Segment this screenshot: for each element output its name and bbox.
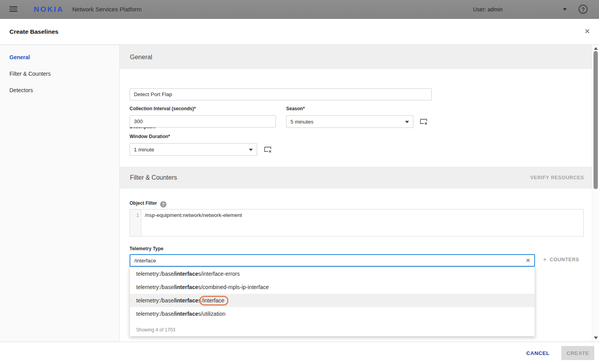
suggestion-text: s/combined-mpls-ip-interface bbox=[198, 284, 269, 290]
suggestion-text: telemetry:/base bbox=[136, 284, 174, 290]
cancel-button[interactable]: CANCEL bbox=[526, 350, 550, 356]
suggestion-text: telemetry:/base bbox=[136, 311, 174, 317]
suggestion-match: /interface bbox=[174, 311, 198, 317]
dialog-main: General Description Collection Interval … bbox=[120, 45, 592, 342]
scroll-up-arrow-icon[interactable] bbox=[594, 47, 598, 50]
verify-resources-button[interactable]: VERIFY RESOURCES bbox=[530, 175, 584, 180]
telemetry-type-value: /interface bbox=[134, 258, 156, 264]
user-menu-caret-icon[interactable] bbox=[563, 8, 567, 11]
suggestion-utilization[interactable]: telemetry:/base/interfaces/utilization bbox=[130, 307, 535, 320]
editor-line-number: 1 bbox=[130, 209, 141, 236]
user-menu-label[interactable]: User: admin bbox=[473, 6, 502, 13]
object-filter-label-text: Object Filter bbox=[130, 200, 157, 206]
scrollbar-thumb[interactable] bbox=[594, 51, 598, 189]
season-select[interactable]: 5 minutes bbox=[286, 115, 413, 128]
suggestion-text: s/interface-errors bbox=[198, 271, 240, 277]
suggestion-text: s/utilization bbox=[198, 311, 225, 317]
nokia-logo: NOKIA bbox=[34, 5, 64, 14]
suggestion-match: /interface bbox=[174, 271, 198, 277]
suggestion-interface-highlighted[interactable]: telemetry:/base/interfaces/interface bbox=[130, 294, 535, 307]
collection-interval-input[interactable] bbox=[130, 115, 276, 127]
create-button[interactable]: CREATE bbox=[561, 346, 594, 360]
sidebar-item-detectors[interactable]: Detectors bbox=[0, 82, 119, 98]
object-filter-label: Object Filter? bbox=[130, 200, 166, 207]
suggestion-text: telemetry:/base bbox=[136, 297, 174, 304]
counters-button-label: COUNTERS bbox=[550, 257, 579, 262]
dialog-header: Create Baselines ✕ bbox=[0, 19, 599, 45]
suggestion-text: telemetry:/base bbox=[136, 271, 174, 277]
vertical-scrollbar[interactable] bbox=[592, 45, 599, 342]
dialog-sidebar: General Filter & Counters Detectors bbox=[0, 45, 120, 342]
help-icon[interactable]: ? bbox=[579, 5, 588, 14]
annotation-highlight-ring: /interface bbox=[199, 296, 228, 306]
dialog-title: Create Baselines bbox=[9, 28, 58, 35]
object-filter-value[interactable]: /nsp-equipment:network/network-element bbox=[141, 209, 583, 236]
season-value: 5 minutes bbox=[290, 119, 314, 125]
description-input[interactable] bbox=[130, 88, 432, 100]
collection-interval-label: Collection Interval (seconds)* bbox=[130, 106, 196, 111]
general-section-header: General bbox=[120, 45, 592, 69]
object-filter-help-icon[interactable]: ? bbox=[160, 201, 166, 207]
window-duration-select[interactable]: 1 minute bbox=[130, 143, 257, 156]
sidebar-item-filter-counters[interactable]: Filter & Counters bbox=[0, 66, 119, 82]
top-bar: NOKIA Network Services Platform User: ad… bbox=[0, 0, 599, 19]
filter-counters-section-header: Filter & Counters VERIFY RESOURCES bbox=[120, 167, 592, 189]
telemetry-type-label: Telemetry Type bbox=[130, 246, 163, 251]
suggestion-match: /interface bbox=[174, 297, 198, 304]
telemetry-type-input[interactable]: /interface ✕ bbox=[130, 254, 535, 267]
suggestion-interface-errors[interactable]: telemetry:/base/interfaces/interface-err… bbox=[130, 267, 535, 280]
plus-icon: + bbox=[543, 256, 547, 264]
filter-counters-heading: Filter & Counters bbox=[130, 174, 177, 181]
window-duration-label: Window Duration* bbox=[130, 134, 170, 139]
object-filter-editor[interactable]: 1 /nsp-equipment:network/network-element bbox=[130, 209, 584, 237]
window-duration-value: 1 minute bbox=[134, 147, 154, 153]
close-icon[interactable]: ✕ bbox=[583, 27, 592, 36]
general-heading: General bbox=[130, 54, 152, 61]
dialog-footer: CANCEL CREATE bbox=[0, 342, 599, 364]
suggestion-match: /interface bbox=[174, 284, 198, 290]
clear-input-icon[interactable]: ✕ bbox=[526, 257, 530, 264]
hamburger-menu-icon[interactable] bbox=[9, 6, 17, 13]
window-duration-clear-selection-icon[interactable] bbox=[263, 146, 272, 153]
dialog-body: General Filter & Counters Detectors Gene… bbox=[0, 45, 599, 342]
chevron-down-icon bbox=[249, 149, 253, 151]
scroll-down-arrow-icon[interactable] bbox=[594, 337, 598, 339]
add-counters-button[interactable]: + COUNTERS bbox=[543, 256, 579, 264]
sidebar-item-general[interactable]: General bbox=[0, 49, 119, 66]
suggestions-count: Showing 4 of 1703 bbox=[130, 320, 535, 337]
season-label: Season* bbox=[286, 106, 305, 111]
suggestion-combined-mpls-ip-interface[interactable]: telemetry:/base/interfaces/combined-mpls… bbox=[130, 280, 535, 294]
telemetry-suggestions-dropdown: telemetry:/base/interfaces/interface-err… bbox=[130, 267, 535, 337]
season-clear-selection-icon[interactable] bbox=[419, 118, 428, 126]
app-title: Network Services Platform bbox=[72, 6, 142, 13]
chevron-down-icon bbox=[405, 121, 409, 123]
